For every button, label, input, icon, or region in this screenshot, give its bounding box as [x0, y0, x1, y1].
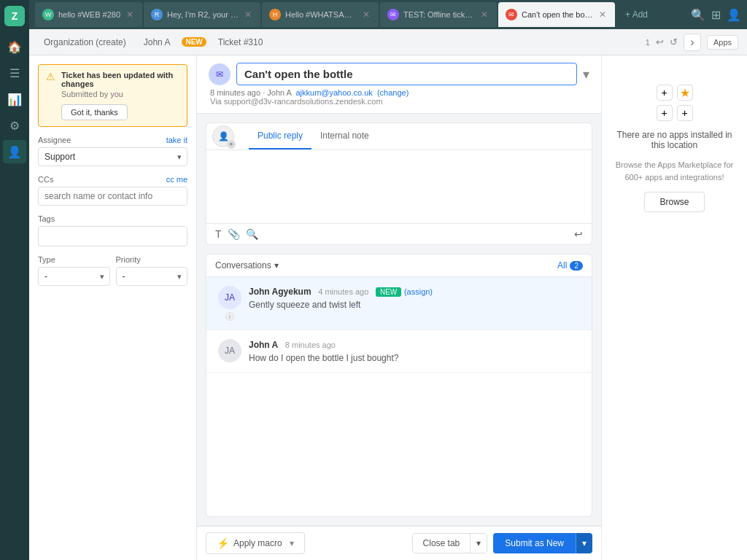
message-john-a: JA John A 8 minutes ago How do I open th…	[206, 330, 592, 373]
conversations-dropdown[interactable]: Conversations ▾	[215, 260, 279, 271]
tab-label-whatsapp285: Hello #WHATSAPP #285	[285, 10, 357, 19]
msg1-avatar-col: JA i	[218, 286, 241, 321]
submit-arrow-button[interactable]: ▾	[576, 533, 592, 553]
conv-header: Conversations ▾ All 2	[206, 254, 592, 277]
user-icon[interactable]: 👤	[727, 8, 741, 22]
msg1-info-icon: i	[225, 312, 234, 321]
subnav: Organization (create) John A NEW Ticket …	[29, 29, 747, 55]
close-tab-button: Close tab ▾	[412, 533, 488, 553]
sidebar-chart-icon[interactable]: 📊	[3, 88, 26, 111]
bottom-bar: ⚡ Apply macro ▾ Close tab ▾ Submit as Ne…	[197, 526, 601, 560]
tags-field: Tags	[38, 214, 187, 246]
reply-area: 👤 + Public reply Internal note T 📎 🔍 ↩	[206, 122, 592, 245]
ticket-title-input[interactable]	[236, 63, 577, 85]
main-content: ⚠ Ticket has been updated with changes S…	[29, 55, 747, 560]
apply-macro-button[interactable]: ⚡ Apply macro ▾	[206, 532, 305, 554]
ticket-avatar: ✉	[209, 63, 231, 85]
tab-icon-r2282: R	[151, 9, 163, 20]
msg1-content: John Agyekum 4 minutes ago NEW (assign) …	[249, 286, 580, 321]
tab-whatsapp285[interactable]: H Hello #WHATSAPP #285 ✕	[262, 2, 379, 27]
take-it-link[interactable]: take it	[166, 136, 187, 144]
ticket-dropdown-icon[interactable]: ▾	[583, 66, 589, 82]
msg1-name: John Agyekum	[249, 287, 311, 297]
ticket-author: John A	[267, 88, 291, 97]
tab-close-web280[interactable]: ✕	[125, 8, 135, 21]
alert-box: ⚠ Ticket has been updated with changes S…	[38, 64, 187, 127]
browse-apps-button[interactable]: Browse	[644, 192, 704, 212]
subnav-right: 1 ↩ ↺ › Apps	[646, 34, 738, 51]
tab-bottle310[interactable]: ✉ Can't open the bottle #310 ✕	[498, 2, 615, 27]
subnav-org[interactable]: Organization (create)	[38, 34, 132, 50]
sidebar-user-icon[interactable]: 👤	[3, 140, 26, 163]
msg1-assign-link[interactable]: (assign)	[404, 287, 433, 296]
tab-icon-bottle310: ✉	[506, 9, 517, 20]
conversations-label: Conversations	[215, 260, 271, 271]
close-tab-arrow[interactable]: ▾	[471, 534, 487, 553]
search-icon[interactable]: 🔍	[691, 8, 705, 22]
apps-grid-plus-br: +	[677, 105, 693, 121]
macro-lightning-icon: ⚡	[217, 537, 229, 549]
add-tab-button[interactable]: + Add	[616, 7, 657, 23]
subnav-john-a[interactable]: John A	[138, 34, 177, 50]
reply-tabs: Public reply Internal note	[240, 123, 586, 149]
tab-r2282[interactable]: R Hey, I'm R2, your custom # #282 ✕	[144, 2, 260, 27]
tab-close-r2282[interactable]: ✕	[243, 8, 253, 21]
tags-input[interactable]	[38, 226, 187, 246]
tab-label-web280: hello #WEB #280	[58, 10, 120, 19]
tab-close-whatsapp285[interactable]: ✕	[361, 8, 371, 21]
tab-close-bottle310[interactable]: ✕	[597, 8, 608, 21]
conv-all-wrapper: All 2	[557, 260, 583, 271]
refresh-icon[interactable]: ↩	[656, 36, 664, 47]
tab-web280[interactable]: W hello #WEB #280 ✕	[35, 2, 142, 27]
submit-main-button[interactable]: Submit as New	[493, 533, 576, 553]
conv-all-label[interactable]: All	[557, 260, 567, 271]
assignee-select[interactable]: Support	[38, 147, 187, 166]
apps-grid-plus-tl: +	[657, 85, 673, 101]
priority-select-wrapper: -	[116, 267, 188, 286]
ticket-title-row: ✉ ▾	[209, 63, 589, 85]
ticket-email-link[interactable]: ajkkum@yahoo.co.uk	[295, 88, 372, 97]
sidebar: Z 🏠 ☰ 📊 ⚙ 👤	[0, 0, 29, 560]
type-select[interactable]: -	[38, 267, 110, 286]
type-select-wrapper: -	[38, 267, 110, 286]
msg1-text: Gently squeeze and twist left	[249, 300, 580, 310]
ticket-change-link[interactable]: (change)	[377, 88, 409, 97]
close-tab-main[interactable]: Close tab	[413, 534, 471, 553]
nav-forward-arrow[interactable]: ›	[684, 34, 701, 51]
right-panel: + ★ + + There are no apps installed in t…	[601, 55, 747, 560]
ticket-meta: 8 minutes ago · John A ajkkum@yahoo.co.u…	[209, 88, 589, 106]
apps-button[interactable]: Apps	[707, 35, 738, 50]
apps-placeholder: + ★ + + There are no apps installed in t…	[614, 85, 735, 212]
tags-label: Tags	[38, 214, 187, 223]
subnav-new-badge: NEW	[182, 37, 206, 47]
type-field: Type -	[38, 255, 110, 286]
grid-icon[interactable]: ⊞	[711, 8, 721, 22]
got-it-button[interactable]: Got it, thanks	[61, 104, 128, 120]
topbar-right: 🔍 ⊞ 👤	[691, 8, 741, 22]
apply-macro-label: Apply macro	[233, 538, 282, 548]
priority-field: Priority -	[116, 255, 188, 286]
msg1-new-badge: NEW	[376, 287, 401, 297]
tab-icon-whatsapp285: H	[269, 9, 281, 20]
reply-input[interactable]	[206, 150, 592, 223]
sidebar-settings-icon[interactable]: ⚙	[3, 114, 26, 137]
msg2-avatar: JA	[218, 339, 241, 362]
sidebar-home-icon[interactable]: 🏠	[3, 35, 26, 58]
undo-icon[interactable]: ↩	[574, 228, 583, 240]
priority-select[interactable]: -	[116, 267, 188, 286]
text-format-icon[interactable]: T	[215, 228, 222, 240]
public-reply-tab[interactable]: Public reply	[249, 123, 311, 149]
assignee-field: Assignee take it Support	[38, 136, 187, 166]
internal-note-tab[interactable]: Internal note	[311, 123, 378, 149]
cc-me-link[interactable]: cc me	[166, 175, 187, 184]
ccs-input[interactable]	[38, 187, 187, 206]
tab-close-offline297[interactable]: ✕	[479, 8, 489, 21]
subnav-ticket[interactable]: Ticket #310	[212, 34, 269, 50]
sidebar-list-icon[interactable]: ☰	[3, 61, 26, 85]
search-content-icon[interactable]: 🔍	[246, 228, 258, 240]
attach-icon[interactable]: 📎	[228, 228, 240, 240]
alert-warning-icon: ⚠	[46, 71, 55, 120]
tab-offline297[interactable]: ✉ TEST: Offline ticket #297 ✕	[380, 2, 497, 27]
reload-icon[interactable]: ↺	[670, 36, 678, 47]
priority-label: Priority	[116, 255, 188, 264]
